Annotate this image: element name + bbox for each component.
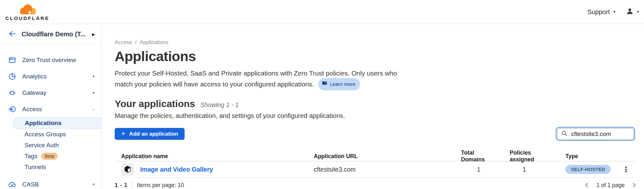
cloudflare-cloud-icon [17,3,37,16]
description-line-2: match your policies will have access to … [115,78,635,90]
column-header-total-domains: Total Domains [461,149,496,163]
sidebar-item-label: Gateway [22,89,86,96]
user-icon [626,7,634,17]
topbar-right: Support ▼ ▼ [587,7,639,17]
sidebar-item-service-auth[interactable]: Service Auth [0,140,101,151]
sidebar-item-tunnels[interactable]: Tunnels [0,162,101,173]
access-login-icon [8,105,16,113]
breadcrumb-access[interactable]: Access [115,39,132,45]
application-link[interactable]: Image and Video Gallery [140,166,213,173]
book-icon [322,79,327,89]
search-focus-ring [556,127,635,141]
page-indicator: 1 of 1 page [596,182,625,189]
applications-table: Application name Application URL Total D… [115,149,635,178]
type-cell: SELF-HOSTED [552,165,617,174]
user-menu[interactable]: ▼ [626,7,639,17]
table-header-row: Application name Application URL Total D… [115,149,635,161]
sidebar-item-access[interactable]: Access ▲ [0,101,101,117]
sidebar-item-label: Tunnels [24,164,46,171]
section-title: Your applications [115,98,195,109]
application-cube-icon [121,163,134,176]
breadcrumb: Access / Applications [115,39,635,45]
section-header: Your applications Showing 1 - 1 [115,98,635,109]
sidebar-item-label: CASB [22,181,86,188]
sidebar-item-label: Applications [25,120,62,127]
column-header-application-url: Application URL [314,153,461,160]
page-title: Applications [115,49,635,64]
learn-more-button[interactable]: Learn more [318,78,360,90]
search-input[interactable] [571,130,630,138]
account-switcher[interactable]: Cloudflare Demo (T... ▶ [0,24,101,45]
support-label: Support [587,8,610,16]
items-per-page[interactable]: Items per page: 10 [137,182,184,189]
type-badge: SELF-HOSTED [565,165,611,174]
description-line-1: Protect your Self-Hosted, SaaS and Priva… [115,68,635,78]
pagination-left: 1 - 1 Items per page: 10 [115,182,184,189]
application-url-cell: cftestsite3.com [314,166,461,173]
sidebar-item-casb[interactable]: CASB ▼ [0,176,101,189]
back-arrow-icon[interactable] [8,30,16,39]
window-icon [8,56,16,64]
showing-count: Showing 1 - 1 [200,101,238,109]
breadcrumb-current: Applications [140,39,168,45]
sidebar-item-label: Tags [24,153,37,160]
cloudflare-logo[interactable]: CLOUDFLARE [6,3,49,21]
beta-badge: Beta [41,153,58,160]
sidebar-item-label: Access Groups [24,131,66,138]
add-application-label: Add an application [129,131,178,137]
sidebar-item-zero-trust-overview[interactable]: Zero Trust overview [0,52,101,68]
application-name-cell: Image and Video Gallery [115,163,314,176]
pie-chart-icon [8,73,16,80]
chevron-left-icon[interactable] [585,183,590,187]
breadcrumb-separator: / [135,39,137,45]
sidebar-item-access-groups[interactable]: Access Groups [0,129,101,140]
table-row: Image and Video Gallery cftestsite3.com … [115,161,635,178]
caret-up-icon: ▲ [92,108,95,111]
caret-down-icon: ▼ [613,10,616,14]
search-box [557,128,634,140]
caret-down-icon: ▼ [636,10,639,14]
sidebar: Cloudflare Demo (T... ▶ Zero Trust overv… [0,24,102,189]
sidebar-item-label: Zero Trust overview [22,57,95,64]
column-header-type: Type [552,153,617,160]
caret-down-icon: ▼ [92,75,95,78]
caret-right-icon[interactable]: ▶ [92,32,95,37]
sidebar-item-label: Analytics [22,73,86,80]
caret-down-icon: ▼ [92,183,95,186]
total-domains-cell: 1 [461,166,496,173]
page-description: Protect your Self-Hosted, SaaS and Priva… [115,68,635,90]
sidebar-item-tags[interactable]: Tags Beta [0,151,101,162]
main-content: Access / Applications Applications Prote… [102,24,644,189]
sidebar-nav: Zero Trust overview Analytics ▼ [0,45,101,189]
sidebar-item-label: Service Auth [24,142,59,149]
chevron-right-icon[interactable] [631,183,636,187]
policies-assigned-cell: 1 [496,166,552,173]
section-subheading: Manage the policies, authentication, and… [115,112,635,120]
caret-down-icon: ▼ [92,91,95,94]
sidebar-item-analytics[interactable]: Analytics ▼ [0,68,101,85]
sidebar-item-applications[interactable]: Applications [12,117,101,129]
table-controls: + Add an application [115,127,635,141]
pagination-range: 1 - 1 [115,182,128,189]
gateway-icon [8,89,16,97]
cloudflare-logo-text: CLOUDFLARE [5,15,50,21]
sidebar-item-gateway[interactable]: Gateway ▼ [0,85,101,101]
row-actions-kebab-icon[interactable]: ⋮ [622,165,635,174]
search-icon [561,130,568,138]
learn-more-label: Learn more [330,79,355,89]
access-subnav: Applications Access Groups Service Auth … [0,117,101,173]
support-menu[interactable]: Support ▼ [587,8,616,16]
plus-icon: + [121,130,125,137]
sidebar-item-label: Access [22,106,86,113]
column-header-policies-assigned: Policies assigned [496,149,552,163]
add-application-button[interactable]: + Add an application [115,128,185,140]
pagination-right: 1 of 1 page [586,182,635,189]
cloud-check-icon [8,181,16,188]
top-header: CLOUDFLARE Support ▼ ▼ [0,0,644,24]
account-name: Cloudflare Demo (T... [22,31,87,38]
column-header-application-name: Application name [115,153,314,160]
pagination: 1 - 1 Items per page: 10 1 of 1 page [115,182,635,189]
divider [132,182,132,189]
